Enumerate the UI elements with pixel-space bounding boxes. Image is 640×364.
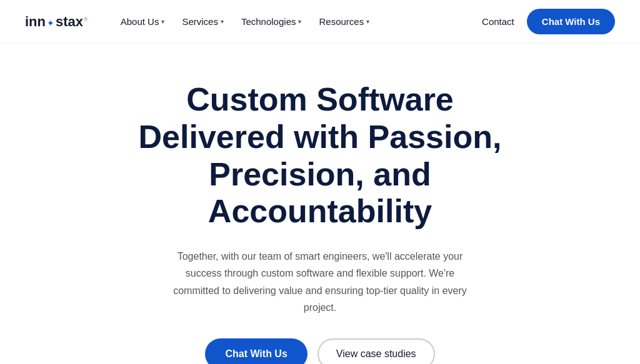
chevron-down-icon: ▾ bbox=[298, 18, 301, 25]
contact-link[interactable]: Contact bbox=[482, 16, 514, 27]
hero-title: Custom Software Delivered with Passion, … bbox=[126, 81, 514, 230]
nav-links: About Us ▾ Services ▾ Technologies ▾ Res… bbox=[113, 11, 482, 32]
logo-text-inn: inn bbox=[25, 14, 46, 30]
view-case-studies-button[interactable]: View case studies bbox=[318, 338, 435, 364]
chat-with-us-button-nav[interactable]: Chat With Us bbox=[527, 9, 615, 34]
hero-buttons: Chat With Us View case studies bbox=[205, 338, 434, 364]
nav-item-technologies[interactable]: Technologies ▾ bbox=[234, 11, 309, 32]
nav-right: Contact Chat With Us bbox=[482, 9, 615, 34]
hero-subtitle: Together, with our team of smart enginee… bbox=[167, 248, 473, 316]
chevron-down-icon: ▾ bbox=[366, 18, 369, 25]
navbar: inn ✦ stax ® About Us ▾ Services ▾ Techn… bbox=[0, 0, 640, 44]
nav-item-about[interactable]: About Us ▾ bbox=[113, 11, 172, 32]
logo-text-stax: stax bbox=[56, 14, 83, 30]
nav-item-resources[interactable]: Resources ▾ bbox=[311, 11, 377, 32]
logo[interactable]: inn ✦ stax ® bbox=[25, 14, 88, 30]
hero-section: Custom Software Delivered with Passion, … bbox=[0, 44, 640, 364]
chat-with-us-button-hero[interactable]: Chat With Us bbox=[205, 338, 307, 364]
logo-decoration: ✦ bbox=[47, 19, 54, 27]
star-icon: ✦ bbox=[47, 19, 54, 27]
chevron-down-icon: ▾ bbox=[221, 18, 224, 25]
logo-registered: ® bbox=[84, 16, 88, 22]
chevron-down-icon: ▾ bbox=[161, 18, 164, 25]
nav-item-services[interactable]: Services ▾ bbox=[174, 11, 231, 32]
